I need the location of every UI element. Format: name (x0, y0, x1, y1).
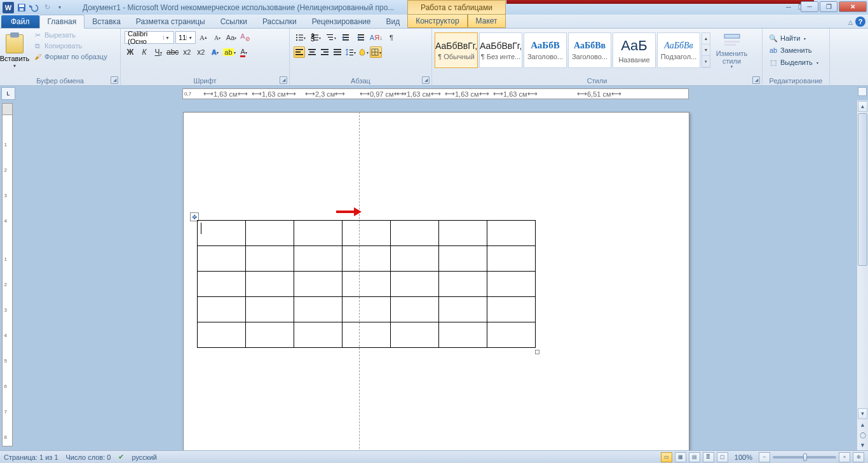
vertical-scrollbar[interactable]: ▲ ▼ ▲ ◯ ▼ (857, 100, 868, 450)
numbering-button[interactable]: 123▾ (309, 31, 322, 44)
style-subtitle[interactable]: АаБбВвПодзагол... (657, 32, 700, 68)
highlight-button[interactable]: ab▾ (223, 46, 235, 58)
justify-button[interactable] (332, 46, 343, 58)
multilevel-list-button[interactable]: ▾ (324, 31, 337, 44)
styles-launcher[interactable]: ◢ (752, 76, 760, 84)
borders-button[interactable]: ▾ (370, 46, 382, 58)
doc-minimize-icon[interactable]: ─ (783, 3, 794, 11)
align-right-button[interactable] (319, 46, 330, 58)
table-row[interactable] (198, 246, 536, 272)
view-full-screen[interactable]: ▦ (675, 452, 686, 462)
paste-button[interactable]: Вставить ▼ (1, 30, 28, 72)
clear-formatting-button[interactable]: A⊘ (239, 31, 252, 44)
maximize-button[interactable]: ❐ (820, 1, 837, 12)
close-button[interactable]: ✕ (839, 1, 867, 12)
tab-home[interactable]: Главная (39, 15, 85, 29)
tab-table-layout[interactable]: Макет (468, 14, 506, 28)
line-spacing-button[interactable]: ▾ (344, 46, 356, 58)
tab-mailings[interactable]: Рассылки (255, 15, 304, 28)
styles-gallery-more[interactable]: ▲▼▾ (702, 32, 710, 68)
table-resize-handle[interactable] (535, 350, 539, 354)
style-no-spacing[interactable]: АаБбВвГг,¶ Без инте... (479, 32, 522, 68)
next-page-button[interactable]: ▼ (858, 441, 867, 450)
redo-icon[interactable]: ↻ (42, 3, 52, 13)
zoom-out-button[interactable]: − (759, 452, 770, 462)
align-left-button[interactable] (294, 46, 305, 58)
tab-view[interactable]: Вид (378, 15, 407, 28)
save-icon[interactable] (17, 3, 27, 13)
document-area[interactable]: ✥ (14, 100, 868, 450)
style-heading1[interactable]: АаБбВЗаголово... (524, 32, 567, 68)
tab-file[interactable]: Файл (1, 15, 39, 28)
minimize-button[interactable]: ─ (801, 1, 818, 12)
text-effects-button[interactable]: A▾ (209, 46, 220, 58)
tab-review[interactable]: Рецензирование (304, 15, 379, 28)
increase-indent-button[interactable] (355, 31, 367, 44)
view-outline[interactable]: ≣ (703, 452, 714, 462)
select-button[interactable]: ⬚Выделить▾ (766, 57, 825, 68)
bullets-button[interactable]: ▾ (294, 31, 306, 44)
show-marks-button[interactable]: ¶ (385, 31, 398, 44)
font-size-combo[interactable]: 11▼ (175, 31, 196, 44)
superscript-button[interactable]: x2 (195, 46, 207, 58)
find-button[interactable]: 🔍Найти▾ (766, 32, 825, 44)
style-title[interactable]: АаБНазвание (613, 32, 656, 68)
zoom-level[interactable]: 100% (735, 453, 752, 461)
table-row[interactable] (198, 322, 536, 348)
tab-page-layout[interactable]: Разметка страницы (128, 15, 213, 28)
ruler-toggle-button[interactable] (858, 87, 867, 96)
font-launcher[interactable]: ◢ (280, 76, 287, 84)
prev-page-button[interactable]: ▲ (858, 420, 867, 429)
grow-font-button[interactable]: A▴ (197, 31, 210, 44)
vertical-ruler[interactable]: 1 2 3 4 1 2 3 4 5 6 7 8 (0, 100, 14, 450)
change-styles-button[interactable]: Изменить стили▼ (714, 30, 749, 71)
style-heading2[interactable]: АаБбВвЗаголово... (568, 32, 611, 68)
shading-button[interactable]: ▾ (357, 46, 369, 58)
paragraph-launcher[interactable]: ◢ (422, 76, 430, 84)
format-painter-button[interactable]: 🖌Формат по образцу (31, 52, 110, 62)
strikethrough-button[interactable]: abc (166, 46, 179, 58)
minimize-ribbon-icon[interactable]: △ (848, 19, 853, 25)
bold-button[interactable]: Ж (125, 46, 136, 58)
help-icon[interactable]: ? (855, 17, 865, 27)
tab-insert[interactable]: Вставка (85, 15, 128, 28)
status-page[interactable]: Страница: 1 из 1 (4, 453, 58, 461)
align-center-button[interactable] (306, 46, 318, 58)
italic-button[interactable]: К (139, 46, 150, 58)
view-print-layout[interactable]: ▭ (661, 452, 672, 462)
table-row[interactable] (198, 272, 536, 297)
zoom-slider-thumb[interactable] (803, 453, 807, 461)
cut-button[interactable]: ✂Вырезать (31, 30, 110, 40)
subscript-button[interactable]: x2 (181, 46, 193, 58)
table-row[interactable] (198, 297, 536, 322)
qat-dropdown-icon[interactable]: ▾ (55, 3, 65, 13)
sort-button[interactable]: AЯ↓ (370, 31, 383, 44)
decrease-indent-button[interactable] (339, 31, 352, 44)
change-case-button[interactable]: Aa▾ (225, 31, 238, 44)
font-color-button[interactable]: A▾ (238, 46, 250, 58)
font-name-combo[interactable]: Calibri (Осно▼ (125, 31, 174, 44)
document-table[interactable] (197, 220, 536, 348)
tab-selector[interactable]: L (1, 87, 15, 100)
scroll-thumb[interactable] (858, 113, 867, 266)
scroll-up-button[interactable]: ▲ (858, 101, 867, 112)
proofing-icon[interactable]: ✔ (118, 453, 124, 461)
view-web-layout[interactable]: ▤ (689, 452, 700, 462)
style-normal[interactable]: АаБбВвГг,¶ Обычный (435, 32, 478, 68)
copy-button[interactable]: ⧉Копировать (31, 41, 110, 51)
replace-button[interactable]: abЗаменить (766, 45, 825, 56)
tab-table-design[interactable]: Конструктор (407, 14, 467, 28)
horizontal-ruler[interactable]: 0,7 ⟷ 1,63 см ⟷ ⟷ 1,63 см ⟷ ⟷ 2,3 см ⟷ ⟷… (182, 88, 689, 99)
view-draft[interactable]: ▢ (717, 452, 728, 462)
zoom-fit-button[interactable]: ⊕ (853, 452, 864, 462)
clipboard-launcher[interactable]: ◢ (111, 76, 118, 84)
browse-object-button[interactable]: ◯ (858, 431, 867, 439)
zoom-slider[interactable] (773, 456, 836, 459)
undo-icon[interactable] (29, 3, 39, 13)
table-row[interactable] (198, 221, 536, 246)
zoom-in-button[interactable]: + (839, 452, 850, 462)
scroll-down-button[interactable]: ▼ (858, 408, 867, 419)
status-word-count[interactable]: Число слов: 0 (66, 453, 111, 461)
status-language[interactable]: русский (132, 453, 156, 461)
tab-references[interactable]: Ссылки (213, 15, 255, 28)
